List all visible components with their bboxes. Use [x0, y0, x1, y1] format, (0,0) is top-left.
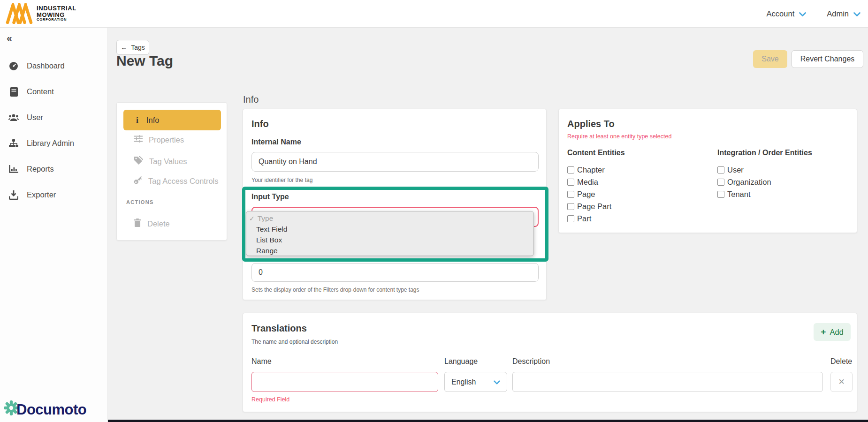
- internal-name-helper: Your identifier for the tag: [251, 177, 312, 183]
- user-checkbox[interactable]: [717, 166, 724, 173]
- language-select[interactable]: English: [444, 372, 507, 392]
- content-entities-header: Content Entities: [567, 149, 625, 157]
- checkbox-row-user: User: [717, 166, 744, 174]
- info-icon: i: [136, 115, 138, 125]
- trash-icon: [134, 219, 141, 229]
- organization-checkbox[interactable]: [717, 179, 724, 186]
- tag-nav-item-info[interactable]: i Info: [123, 110, 221, 130]
- display-order-helper: Sets the display order of the Filters dr…: [251, 286, 419, 293]
- part-checkbox[interactable]: [567, 215, 574, 222]
- translations-card: Translations The name and optional descr…: [243, 313, 857, 412]
- sidebar-item-dashboard[interactable]: Dashboard: [0, 53, 107, 79]
- tag-nav-item-properties[interactable]: Properties: [134, 135, 184, 144]
- required-field-message: Required Field: [251, 396, 289, 403]
- internal-name-input[interactable]: [251, 152, 539, 172]
- internal-name-label: Internal Name: [251, 138, 301, 146]
- save-button[interactable]: Save: [753, 50, 787, 68]
- sidebar-collapse-icon[interactable]: «: [7, 32, 12, 44]
- tenant-checkbox[interactable]: [717, 191, 724, 198]
- app-root: INDUSTRIAL MOWING CORPORATION Account Ad…: [0, 0, 868, 422]
- checkbox-row-chapter: Chapter: [567, 166, 605, 174]
- applies-to-validation: Require at least one entity type selecte…: [567, 133, 671, 140]
- plus-icon: +: [821, 327, 826, 337]
- company-logo-icon: [6, 3, 33, 26]
- tags-icon: [134, 156, 143, 166]
- tag-nav-item-delete[interactable]: Delete: [134, 219, 170, 229]
- check-icon: ✓: [249, 215, 255, 222]
- checkbox-row-tenant: Tenant: [717, 190, 751, 199]
- page-title: New Tag: [116, 53, 173, 69]
- page-checkbox[interactable]: [567, 191, 574, 198]
- translations-title: Translations: [251, 323, 307, 334]
- input-type-label: Input Type: [251, 193, 289, 201]
- integration-entities-header: Integration / Order Entities: [717, 149, 812, 157]
- chevron-down-icon: [853, 9, 860, 18]
- checkbox-row-page: Page: [567, 190, 595, 199]
- applies-to-title: Applies To: [567, 119, 615, 129]
- checkbox-row-part: Part: [567, 214, 591, 223]
- book-icon: [8, 87, 19, 97]
- documoto-logo: Documoto: [3, 399, 86, 418]
- actions-section-label: ACTIONS: [126, 199, 154, 205]
- topbar: INDUSTRIAL MOWING CORPORATION Account Ad…: [0, 0, 868, 28]
- sidebar-item-exporter[interactable]: Exporter: [0, 182, 107, 208]
- sidebar-item-user[interactable]: User: [0, 105, 107, 130]
- topbar-menus: Account Admin: [767, 0, 860, 28]
- add-translation-button[interactable]: + Add: [814, 323, 851, 341]
- checkbox-row-page-part: Page Part: [567, 202, 611, 211]
- checkbox-row-media: Media: [567, 178, 598, 187]
- sidebar-item-reports[interactable]: Reports: [0, 156, 107, 182]
- tag-nav-item-tag-access-controls[interactable]: Tag Access Controls: [134, 176, 218, 186]
- dropdown-option-list-box[interactable]: List Box: [246, 234, 533, 245]
- dropdown-option-range[interactable]: Range: [246, 245, 533, 256]
- sidebar-nav: Dashboard Content User Library Admin: [0, 53, 107, 208]
- translation-description-input[interactable]: [512, 372, 823, 392]
- key-icon: [134, 176, 142, 186]
- sliders-icon: [134, 135, 143, 144]
- media-checkbox[interactable]: [567, 179, 574, 186]
- dropdown-option-type[interactable]: ✓ Type: [246, 213, 533, 224]
- sitemap-icon: [8, 139, 19, 148]
- checkbox-row-organization: Organization: [717, 178, 771, 187]
- chevron-down-icon: [494, 378, 500, 386]
- translation-name-input[interactable]: [251, 372, 438, 392]
- download-icon: [8, 190, 19, 200]
- info-section-heading: Info: [243, 94, 259, 105]
- name-column-label: Name: [251, 357, 272, 366]
- delete-column-label: Delete: [830, 357, 852, 366]
- dropdown-option-text-field[interactable]: Text Field: [246, 224, 533, 234]
- admin-menu[interactable]: Admin: [827, 9, 860, 18]
- language-column-label: Language: [444, 357, 478, 366]
- bar-chart-icon: [8, 165, 19, 173]
- chevron-down-icon: [799, 9, 806, 18]
- input-type-dropdown-menu: ✓ Type Text Field List Box Range: [246, 211, 534, 256]
- revert-changes-button[interactable]: Revert Changes: [792, 50, 863, 68]
- applies-to-card: Applies To Require at least one entity t…: [558, 109, 857, 233]
- description-column-label: Description: [512, 357, 550, 366]
- display-order-input[interactable]: [251, 263, 539, 282]
- info-card: Info Internal Name Your identifier for t…: [243, 109, 547, 300]
- bottom-window-edge: [0, 420, 868, 422]
- translations-subtitle: The name and optional description: [251, 339, 338, 345]
- dashboard-icon: [8, 61, 19, 71]
- page-part-checkbox[interactable]: [567, 203, 574, 210]
- delete-translation-button[interactable]: ✕: [830, 372, 853, 392]
- account-menu[interactable]: Account: [767, 9, 807, 18]
- sidebar-item-content[interactable]: Content: [0, 79, 107, 105]
- users-icon: [8, 114, 19, 121]
- company-name: INDUSTRIAL MOWING CORPORATION: [37, 5, 76, 22]
- chapter-checkbox[interactable]: [567, 166, 574, 173]
- sidebar: « Dashboard Content User: [0, 28, 108, 422]
- info-card-title: Info: [251, 119, 269, 129]
- arrow-left-icon: ←: [121, 44, 127, 51]
- sidebar-item-library-admin[interactable]: Library Admin: [0, 130, 107, 156]
- tag-nav-card: i Info Properties Tag Values Tag Access …: [116, 102, 227, 241]
- tag-nav-item-tag-values[interactable]: Tag Values: [134, 156, 187, 166]
